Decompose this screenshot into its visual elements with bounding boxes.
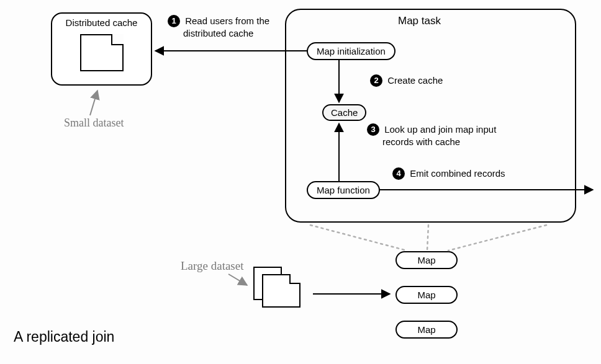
map-node-1: Map (395, 251, 458, 269)
step-1-label: 1 Read users from the distributed cache (168, 15, 269, 40)
step-1-text-a: Read users from the (185, 16, 269, 26)
document-icon (80, 34, 124, 71)
map-node-2: Map (395, 286, 458, 304)
documents-icon (253, 267, 303, 313)
step-3-label: 3 Look up and join map input records wit… (367, 123, 496, 148)
document-front-icon (262, 274, 300, 308)
small-dataset-annotation: Small dataset (64, 117, 124, 130)
step-4-label: 4 Emit combined records (392, 167, 505, 180)
step-2-number: 2 (370, 74, 382, 87)
map-function-node: Map function (307, 181, 380, 199)
step-4-text: Emit combined records (410, 168, 505, 179)
large-dataset-annotation: Large dataset (181, 259, 243, 273)
step-3-text-a: Look up and join map input (384, 124, 496, 135)
step-3-text-b: records with cache (382, 136, 460, 147)
map-node-3: Map (395, 321, 458, 339)
arrow-large-dataset (228, 274, 247, 285)
step-3-number: 3 (367, 123, 379, 136)
figure-caption: A replicated join (14, 329, 114, 345)
step-4-number: 4 (392, 167, 405, 180)
step-1-number: 1 (168, 15, 180, 27)
dotted-line-1 (310, 225, 407, 251)
distributed-cache-label: Distributed cache (52, 17, 151, 28)
arrow-small-dataset (90, 91, 97, 115)
step-2-text: Create cache (387, 75, 443, 86)
step-2-label: 2 Create cache (370, 74, 443, 87)
step-1-text-b: distributed cache (183, 28, 253, 38)
map-initialization-node: Map initialization (307, 42, 395, 60)
dotted-line-3 (448, 225, 546, 251)
map-task-label: Map task (286, 15, 553, 27)
dotted-line-2 (427, 225, 428, 251)
distributed-cache-box: Distributed cache (51, 12, 152, 86)
cache-node: Cache (322, 104, 366, 121)
